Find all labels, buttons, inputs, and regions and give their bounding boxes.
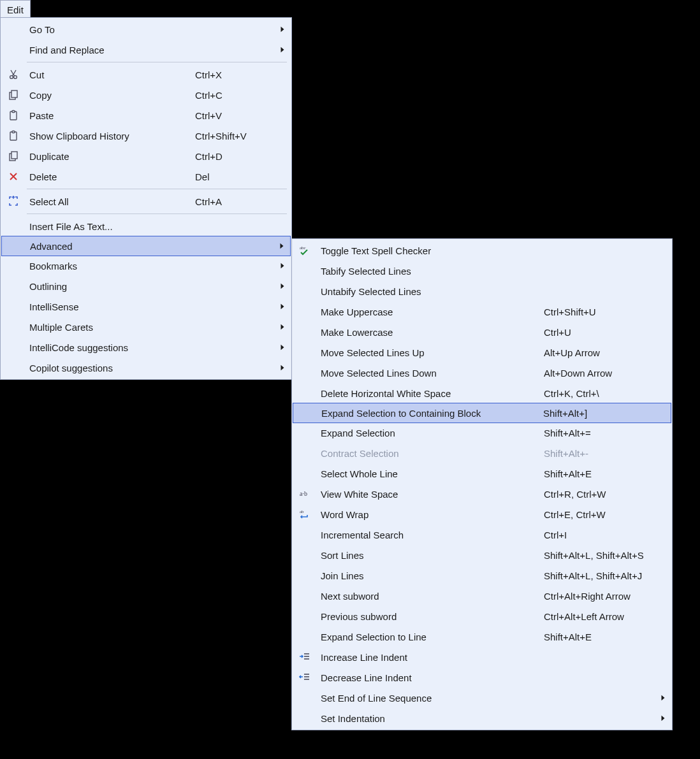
menu-item-label: IntelliSense (26, 301, 195, 312)
edit-menu-item-show-clipboard-history[interactable]: Show Clipboard HistoryCtrl+Shift+V (1, 126, 291, 146)
edit-menu-item-delete[interactable]: DeleteDel (1, 166, 291, 187)
submenu-arrow-icon (279, 45, 286, 54)
advanced-item-delete-horizontal-white-space[interactable]: Delete Horizontal White SpaceCtrl+K, Ctr… (293, 383, 671, 403)
advanced-item-make-uppercase[interactable]: Make UppercaseCtrl+Shift+U (293, 301, 671, 322)
advanced-item-word-wrap[interactable]: Word WrapCtrl+E, Ctrl+W (293, 504, 671, 524)
outdent-icon (293, 672, 317, 683)
cut-icon (1, 69, 26, 80)
advanced-item-sort-lines[interactable]: Sort LinesShift+Alt+L, Shift+Alt+S (293, 545, 671, 565)
edit-menu-item-cut[interactable]: CutCtrl+X (1, 64, 291, 85)
submenu-arrow-icon (279, 261, 286, 270)
menu-item-shortcut: Ctrl+Shift+U (544, 307, 671, 317)
advanced-item-next-subword[interactable]: Next subwordCtrl+Alt+Right Arrow (293, 586, 671, 606)
advanced-item-expand-selection-to-line[interactable]: Expand Selection to LineShift+Alt+E (293, 626, 671, 647)
advanced-item-increase-line-indent[interactable]: Increase Line Indent (293, 647, 671, 667)
menu-item-label: Insert File As Text... (26, 221, 195, 232)
advanced-item-untabify-selected-lines[interactable]: Untabify Selected Lines (293, 281, 671, 301)
edit-menu-item-copy[interactable]: CopyCtrl+C (1, 85, 291, 105)
advanced-item-incremental-search[interactable]: Incremental SearchCtrl+I (293, 524, 671, 545)
menu-item-label: Multiple Carets (26, 322, 195, 333)
advanced-item-expand-selection-to-containing-block[interactable]: Expand Selection to Containing BlockShif… (293, 403, 671, 423)
menu-item-label: Bookmarks (26, 261, 195, 271)
spell-icon (293, 245, 317, 256)
menu-item-label: IntelliCode suggestions (26, 342, 195, 353)
edit-menu-item-advanced[interactable]: Advanced (1, 236, 291, 256)
advanced-item-move-selected-lines-up[interactable]: Move Selected Lines UpAlt+Up Arrow (293, 342, 671, 363)
advanced-item-move-selected-lines-down[interactable]: Move Selected Lines DownAlt+Down Arrow (293, 363, 671, 383)
advanced-item-set-indentation[interactable]: Set Indentation (293, 708, 671, 728)
menu-item-shortcut: Ctrl+D (195, 151, 291, 162)
advanced-item-toggle-text-spell-checker[interactable]: Toggle Text Spell Checker (293, 240, 671, 261)
advanced-submenu: Toggle Text Spell CheckerTabify Selected… (291, 238, 673, 730)
edit-menu-item-intellicode-suggestions[interactable]: IntelliCode suggestions (1, 337, 291, 358)
submenu-arrow-icon (279, 343, 286, 352)
menu-item-shortcut: Shift+Alt+L, Shift+Alt+J (544, 570, 671, 581)
delete-icon (1, 171, 26, 182)
menu-item-shortcut: Ctrl+V (195, 110, 291, 121)
advanced-item-expand-selection[interactable]: Expand SelectionShift+Alt+= (293, 423, 671, 443)
edit-menu-item-intellisense[interactable]: IntelliSense (1, 296, 291, 317)
edit-menu: Go ToFind and ReplaceCutCtrl+XCopyCtrl+C… (0, 17, 292, 380)
menu-item-label: Join Lines (317, 570, 544, 581)
submenu-arrow-icon (279, 25, 286, 34)
menu-item-label: Outlining (26, 281, 195, 292)
submenu-arrow-icon (279, 322, 286, 331)
menu-item-shortcut: Shift+Alt+- (544, 448, 671, 459)
menu-item-shortcut: Shift+Alt+] (543, 408, 671, 419)
paste-icon (1, 130, 26, 141)
menu-item-label: Cut (26, 69, 195, 80)
menu-item-shortcut: Ctrl+U (544, 327, 671, 338)
advanced-item-decrease-line-indent[interactable]: Decrease Line Indent (293, 667, 671, 688)
advanced-item-select-whole-line[interactable]: Select Whole LineShift+Alt+E (293, 463, 671, 484)
menu-item-label: Find and Replace (26, 45, 195, 55)
menu-item-shortcut: Shift+Alt+L, Shift+Alt+S (544, 550, 671, 561)
menu-item-label: Move Selected Lines Down (317, 368, 544, 379)
edit-menu-item-copilot-suggestions[interactable]: Copilot suggestions (1, 358, 291, 378)
advanced-item-set-end-of-line-sequence[interactable]: Set End of Line Sequence (293, 688, 671, 708)
edit-menu-item-go-to[interactable]: Go To (1, 19, 291, 40)
whitespace-icon (293, 488, 317, 500)
menu-item-label: Advanced (26, 241, 194, 252)
advanced-item-make-lowercase[interactable]: Make LowercaseCtrl+U (293, 322, 671, 342)
menu-item-shortcut: Ctrl+K, Ctrl+\ (544, 388, 671, 399)
menu-item-label: Toggle Text Spell Checker (317, 245, 544, 256)
edit-menu-item-multiple-carets[interactable]: Multiple Carets (1, 317, 291, 337)
submenu-arrow-icon (279, 302, 286, 311)
menu-item-label: Expand Selection to Containing Block (317, 408, 543, 419)
menubar-edit-label: Edit (7, 4, 24, 15)
submenu-arrow-icon (279, 363, 286, 372)
menu-item-shortcut: Ctrl+A (195, 196, 291, 207)
advanced-item-view-white-space[interactable]: View White SpaceCtrl+R, Ctrl+W (293, 484, 671, 504)
menu-item-label: Copy (26, 90, 195, 101)
menu-item-label: Move Selected Lines Up (317, 347, 544, 358)
edit-menu-item-select-all[interactable]: Select AllCtrl+A (1, 191, 291, 212)
menu-item-label: Delete Horizontal White Space (317, 388, 544, 399)
submenu-arrow-icon (279, 282, 286, 291)
menu-item-shortcut: Del (195, 171, 291, 182)
advanced-item-previous-subword[interactable]: Previous subwordCtrl+Alt+Left Arrow (293, 606, 671, 626)
edit-menu-separator (27, 62, 287, 62)
menu-item-shortcut: Ctrl+Alt+Right Arrow (544, 591, 671, 602)
menu-item-label: Increase Line Indent (317, 652, 544, 663)
menu-item-label: Tabify Selected Lines (317, 266, 544, 277)
advanced-item-join-lines[interactable]: Join LinesShift+Alt+L, Shift+Alt+J (293, 565, 671, 586)
edit-menu-item-insert-file-as-text[interactable]: Insert File As Text... (1, 216, 291, 236)
advanced-item-tabify-selected-lines[interactable]: Tabify Selected Lines (293, 261, 671, 281)
menu-item-label: Decrease Line Indent (317, 672, 544, 683)
edit-menu-item-outlining[interactable]: Outlining (1, 276, 291, 296)
menubar-edit[interactable]: Edit (0, 0, 31, 18)
menu-item-label: Select All (26, 196, 195, 207)
indent-icon (293, 651, 317, 663)
edit-menu-item-find-and-replace[interactable]: Find and Replace (1, 40, 291, 60)
menu-item-label: Sort Lines (317, 550, 544, 561)
edit-menu-separator (27, 189, 287, 189)
edit-menu-item-duplicate[interactable]: DuplicateCtrl+D (1, 146, 291, 166)
menu-item-label: Show Clipboard History (26, 131, 195, 141)
menu-item-shortcut: Ctrl+E, Ctrl+W (544, 509, 671, 520)
edit-menu-item-bookmarks[interactable]: Bookmarks (1, 256, 291, 276)
submenu-arrow-icon (660, 693, 666, 702)
menu-item-label: Set Indentation (317, 713, 544, 724)
submenu-arrow-icon (279, 242, 285, 250)
menu-item-shortcut: Shift+Alt+E (544, 468, 671, 479)
edit-menu-item-paste[interactable]: PasteCtrl+V (1, 105, 291, 126)
